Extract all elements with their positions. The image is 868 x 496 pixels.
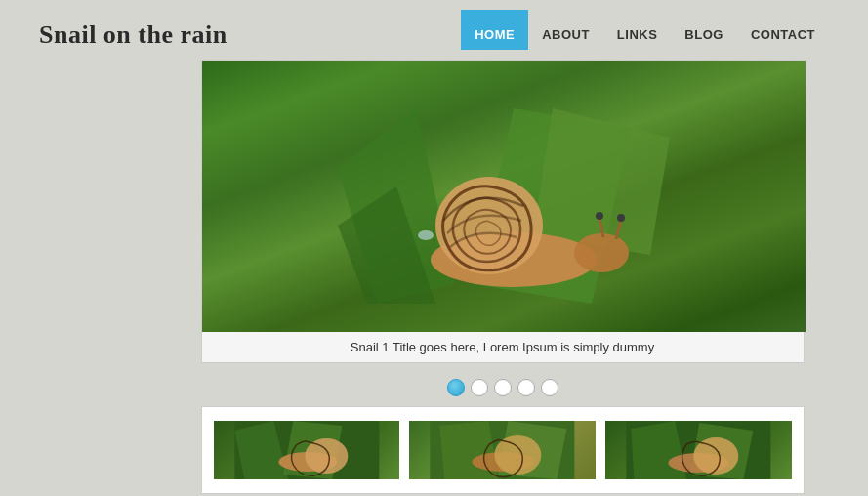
nav-item-contact[interactable]: CONTACT [737,20,829,50]
thumbnail-1[interactable] [214,421,400,479]
svg-point-7 [574,233,629,272]
nav-item-about[interactable]: ABOUT [528,20,603,50]
nav-item-links[interactable]: LINKS [603,20,672,50]
navigation: HOME ABOUT LINKS BLOG CONTACT [461,20,829,50]
main-content: Snail 1 Title goes here, Lorem Ipsum is … [0,60,868,496]
nav-item-home[interactable]: HOME [461,10,528,50]
thumb-2-svg [409,421,596,479]
svg-point-11 [617,214,625,222]
thumbnail-2[interactable] [409,421,596,479]
dot-1[interactable] [447,379,465,396]
header: Snail on the rain HOME ABOUT LINKS BLOG … [0,0,868,60]
thumb-3-svg [605,421,792,479]
svg-point-22 [495,435,542,475]
dot-4[interactable] [517,379,535,396]
thumbnail-3[interactable] [605,421,792,479]
content-wrapper: Snail 1 Title goes here, Lorem Ipsum is … [39,60,829,494]
slider-dots [176,373,829,406]
left-sidebar [39,60,156,494]
thumb-1-svg [214,421,400,479]
site-title: Snail on the rain [39,21,227,50]
svg-point-10 [596,212,603,220]
slider-image [202,61,806,332]
snail-svg [338,108,670,304]
svg-point-4 [418,230,434,240]
center-content: Snail 1 Title goes here, Lorem Ipsum is … [176,60,829,494]
nav-item-blog[interactable]: BLOG [671,20,737,50]
dot-3[interactable] [494,379,512,396]
dot-5[interactable] [541,379,558,396]
svg-point-12 [435,177,543,274]
slider-container: Snail 1 Title goes here, Lorem Ipsum is … [201,60,805,363]
dot-2[interactable] [471,379,488,396]
thumbnails-row [201,406,805,494]
slider-caption: Snail 1 Title goes here, Lorem Ipsum is … [202,332,804,362]
